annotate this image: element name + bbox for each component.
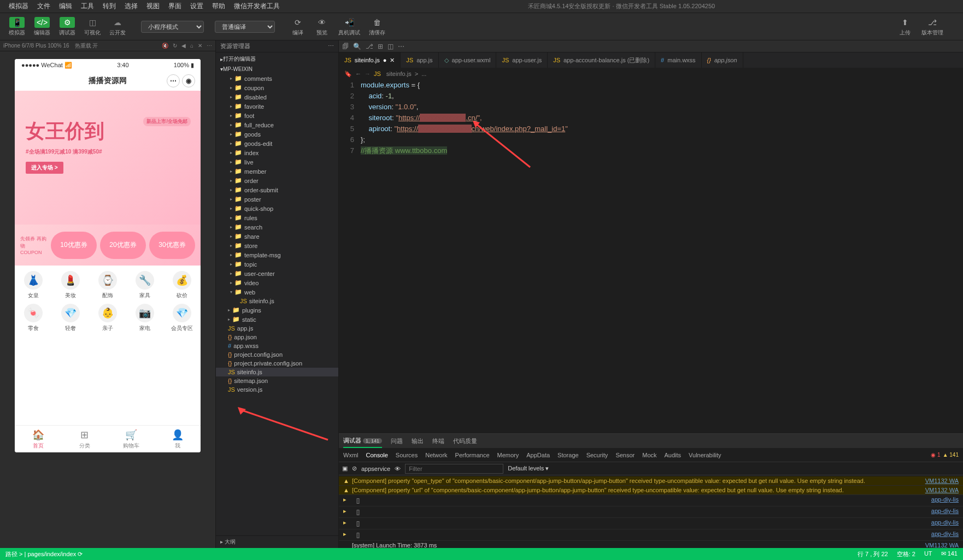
banner[interactable]: 新品上市/全场免邮 女王价到 #全场满199元减10 满399减50# 进入专场… (15, 91, 201, 225)
menu-view[interactable]: 视图 (142, 2, 164, 11)
tab-problems[interactable]: 问题 (391, 435, 403, 447)
folder-poster[interactable]: 📁poster (216, 194, 338, 204)
sb-msg-icon[interactable]: ✉ 141 (941, 550, 958, 558)
coupon-10[interactable]: 10优惠券 (51, 232, 97, 259)
tab-首页[interactable]: 🏠首页 (15, 426, 61, 452)
category-5[interactable]: 🍬零食 (15, 304, 52, 332)
devtab-Sensor[interactable]: Sensor (615, 452, 635, 458)
console-output[interactable]: ▲[Component] property "open_type" of "co… (339, 475, 963, 548)
devtab-Storage[interactable]: Storage (557, 452, 579, 458)
git-icon[interactable]: ⎇ (366, 43, 373, 50)
category-0[interactable]: 👗女皇 (15, 271, 52, 299)
console-source-link[interactable]: VM1132 WA (925, 478, 959, 484)
console-array[interactable]: ▸[]app-diy-lis (339, 506, 963, 518)
menu-tools[interactable]: 工具 (77, 2, 98, 11)
more-icon[interactable]: ⋯ (398, 43, 404, 50)
banner-button[interactable]: 进入专场 > (26, 162, 63, 174)
folder-static[interactable]: 📁static (216, 315, 338, 324)
tb-simulator[interactable]: 📱模拟器 (4, 16, 30, 38)
devtab-Console[interactable]: Console (366, 452, 388, 458)
tb-editor[interactable]: </>编辑器 (30, 16, 55, 38)
project-root-section[interactable]: ▾ MP-WEIXIN (216, 64, 338, 74)
tb-debugger[interactable]: ⚙调试器 (55, 16, 80, 38)
back-icon[interactable]: ← (355, 70, 361, 77)
folder-video[interactable]: 📁video (216, 278, 338, 287)
file-siteinfo-js-web[interactable]: JSsiteinfo.js (216, 297, 338, 305)
devtab-Wxml[interactable]: Wxml (343, 452, 359, 458)
category-9[interactable]: 💎会员专区 (163, 304, 201, 332)
hot-reload[interactable]: 热重载 开 (75, 42, 98, 50)
category-3[interactable]: 🔧家具 (126, 271, 163, 299)
menu-ui[interactable]: 界面 (164, 2, 186, 11)
sim-more-icon[interactable]: ⋯ (207, 43, 212, 49)
ext-icon[interactable]: ⊞ (378, 43, 383, 50)
devtab-Security[interactable]: Security (586, 452, 608, 458)
file-version.js[interactable]: JSversion.js (216, 385, 338, 394)
category-4[interactable]: 💰砍价 (163, 271, 201, 299)
folder-plugins[interactable]: 📁plugins (216, 305, 338, 315)
folder-comments[interactable]: 📁comments (216, 74, 338, 83)
editor-tab-siteinfo.js[interactable]: JSsiteinfo.js●✕ (339, 52, 401, 68)
tab-分类[interactable]: ⊞分类 (61, 426, 108, 452)
clear-console-icon[interactable]: ⊘ (352, 465, 357, 472)
close-tab-icon[interactable]: ✕ (390, 57, 395, 64)
folder-topic[interactable]: 📁topic (216, 260, 338, 269)
top-select[interactable]: appservice (361, 465, 390, 472)
tab-我[interactable]: 👤我 (154, 426, 201, 452)
console-source-link[interactable]: VM1132 WA (925, 542, 959, 548)
menu-sim[interactable]: 模拟器 (4, 2, 33, 11)
folder-order[interactable]: 📁order (216, 176, 338, 185)
menu-wechat-devtools[interactable]: 微信开发者工具 (230, 2, 284, 11)
menu-file[interactable]: 文件 (33, 2, 55, 11)
folder-rules[interactable]: 📁rules (216, 213, 338, 222)
filter-input[interactable] (405, 464, 503, 474)
file-app.js[interactable]: JSapp.js (216, 324, 338, 333)
folder-full_reduce[interactable]: 📁full_reduce (216, 120, 338, 129)
console-array[interactable]: ▸[]app-diy-lis (339, 495, 963, 506)
devtab-Network[interactable]: Network (425, 452, 447, 458)
category-7[interactable]: 👶亲子 (89, 304, 126, 332)
tab-debugger[interactable]: 调试器1, 141 (343, 434, 382, 448)
menu-edit[interactable]: 编辑 (55, 2, 77, 11)
devtab-Sources[interactable]: Sources (396, 452, 418, 458)
devtab-Vulnerability[interactable]: Vulnerability (689, 452, 721, 458)
editor-tab-app-account-balance.js (已删除)[interactable]: JSapp-account-balance.js (已删除) (548, 52, 655, 68)
capsule-close-icon[interactable]: ◉ (182, 74, 195, 87)
folder-user-center[interactable]: 📁user-center (216, 269, 338, 278)
coupon-30[interactable]: 30优惠券 (149, 232, 195, 259)
coupon-20[interactable]: 20优惠券 (100, 232, 146, 259)
folder-share[interactable]: 📁share (216, 232, 338, 241)
tab-code-quality[interactable]: 代码质量 (453, 435, 477, 447)
console-warning[interactable]: ▲[Component] property "url" of "componen… (339, 486, 963, 495)
menu-goto[interactable]: 转到 (98, 2, 120, 11)
folder-live[interactable]: 📁live (216, 157, 338, 167)
sb-spaces[interactable]: 空格: 2 (897, 550, 915, 558)
sim-mute-icon[interactable]: 🔇 (162, 43, 168, 49)
search-icon[interactable]: 🔍 (353, 43, 361, 50)
file-project.config.json[interactable]: {}project.config.json (216, 350, 338, 359)
folder-store[interactable]: 📁store (216, 241, 338, 250)
folder-search[interactable]: 📁search (216, 222, 338, 232)
devtab-Mock[interactable]: Mock (642, 452, 656, 458)
tab-terminal[interactable]: 终端 (432, 435, 444, 447)
folder-favorite[interactable]: 📁favorite (216, 102, 338, 111)
mode-select[interactable]: 小程序模式 (141, 21, 204, 33)
levels-select[interactable]: Default levels ▾ (508, 465, 549, 472)
devtab-Audits[interactable]: Audits (665, 452, 682, 458)
sb-line-col[interactable]: 行 7 , 列 22 (858, 550, 888, 558)
tb-clear-cache[interactable]: 🗑清缓存 (365, 16, 390, 38)
folder-foot[interactable]: 📁foot (216, 111, 338, 120)
device-select[interactable]: iPhone 6/7/8 Plus 100% 16 (3, 43, 69, 49)
category-1[interactable]: 💄美妆 (52, 271, 89, 299)
warn-count[interactable]: ▲ 141 (943, 452, 959, 458)
console-array[interactable]: ▸[]app-diy-lis (339, 529, 963, 541)
sb-encoding[interactable]: UT (924, 550, 932, 558)
sim-back-icon[interactable]: ◀ (181, 43, 186, 49)
tb-visual[interactable]: ◫可视化 (80, 16, 105, 38)
folder-web[interactable]: 📁web (216, 287, 338, 297)
console-source-link[interactable]: app-diy-lis (931, 530, 959, 539)
forward-icon[interactable]: → (365, 70, 371, 77)
console-warning[interactable]: ▲[Component] property "open_type" of "co… (339, 476, 963, 486)
tab-output[interactable]: 输出 (412, 435, 424, 447)
tb-upload[interactable]: ⬆上传 (893, 16, 917, 38)
